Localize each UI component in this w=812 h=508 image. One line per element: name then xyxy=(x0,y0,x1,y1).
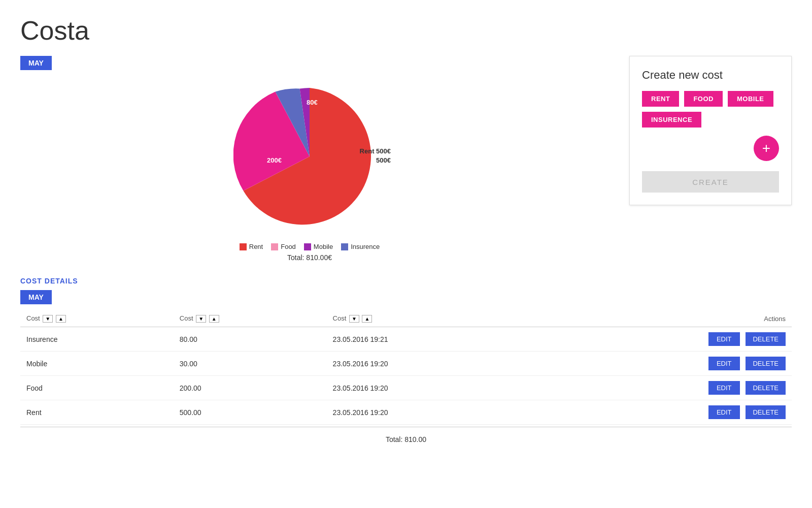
add-cost-button[interactable]: + xyxy=(754,136,779,161)
col-header-actions: Actions xyxy=(527,310,792,327)
sort-name-desc[interactable]: ▼ xyxy=(43,315,53,323)
legend-label-food: Food xyxy=(281,243,296,250)
cell-actions-3: EDIT DELETE xyxy=(527,400,792,425)
sort-date-desc[interactable]: ▼ xyxy=(349,315,359,323)
food-label: 200€ xyxy=(267,156,282,164)
create-button[interactable]: CREATE xyxy=(642,172,779,193)
delete-btn-1[interactable]: DELETE xyxy=(746,357,786,370)
create-cost-panel: Create new cost RENT FOOD MOBILE INSUREN… xyxy=(629,56,792,205)
chart-total: Total: 810.00€ xyxy=(287,253,332,262)
col-header-name: Cost ▼ ▲ xyxy=(20,310,174,327)
legend-rent: Rent xyxy=(240,243,263,250)
cell-name-0: Insurence xyxy=(20,327,174,352)
cell-date-3: 23.05.2016 19:20 xyxy=(327,400,527,425)
cell-actions-2: EDIT DELETE xyxy=(527,376,792,400)
legend-label-rent: Rent xyxy=(249,243,263,250)
edit-btn-1[interactable]: EDIT xyxy=(708,357,740,370)
legend-insurence: Insurence xyxy=(341,243,380,250)
sort-value-asc[interactable]: ▲ xyxy=(209,315,219,323)
cat-btn-rent[interactable]: RENT xyxy=(642,91,679,107)
chart-legend: Rent Food Mobile Insurence xyxy=(240,243,380,250)
cell-name-1: Mobile xyxy=(20,352,174,376)
cat-btn-food[interactable]: FOOD xyxy=(684,91,723,107)
mobile-label: 80€ xyxy=(307,99,318,106)
cat-btn-mobile[interactable]: MOBILE xyxy=(728,91,773,107)
cell-actions-1: EDIT DELETE xyxy=(527,352,792,376)
category-buttons: RENT FOOD MOBILE INSURENCE xyxy=(642,91,779,128)
edit-btn-0[interactable]: EDIT xyxy=(708,332,740,346)
create-panel-title: Create new cost xyxy=(642,69,779,82)
delete-btn-0[interactable]: DELETE xyxy=(746,332,786,346)
cell-name-2: Food xyxy=(20,376,174,400)
table-row: Food 200.00 23.05.2016 19:20 EDIT DELETE xyxy=(20,376,792,400)
cat-btn-insurence[interactable]: INSURENCE xyxy=(642,112,701,128)
sort-name-asc[interactable]: ▲ xyxy=(56,315,66,323)
legend-dot-rent xyxy=(240,243,247,250)
cell-value-3: 500.00 xyxy=(174,400,327,425)
legend-mobile: Mobile xyxy=(304,243,333,250)
pie-chart: Rent 500€ 500€ 200€ 80€ xyxy=(233,80,386,233)
cell-value-1: 30.00 xyxy=(174,352,327,376)
cell-date-2: 23.05.2016 19:20 xyxy=(327,376,527,400)
legend-dot-food xyxy=(271,243,278,250)
delete-btn-3[interactable]: DELETE xyxy=(746,405,786,419)
rent-value-label: 500€ xyxy=(376,156,391,164)
cost-details-title: COST DETAILS xyxy=(20,277,792,285)
edit-btn-2[interactable]: EDIT xyxy=(708,381,740,395)
table-row: Rent 500.00 23.05.2016 19:20 EDIT DELETE xyxy=(20,400,792,425)
edit-btn-3[interactable]: EDIT xyxy=(708,405,740,419)
col-header-value: Cost ▼ ▲ xyxy=(174,310,327,327)
table-total: Total: 810.00 xyxy=(20,427,792,452)
cost-details-table: Cost ▼ ▲ Cost ▼ ▲ Cost ▼ ▲ Actions xyxy=(20,310,792,425)
legend-dot-mobile xyxy=(304,243,311,250)
table-row: Insurence 80.00 23.05.2016 19:21 EDIT DE… xyxy=(20,327,792,352)
delete-btn-2[interactable]: DELETE xyxy=(746,381,786,395)
table-header-row: Cost ▼ ▲ Cost ▼ ▲ Cost ▼ ▲ Actions xyxy=(20,310,792,327)
details-may-button[interactable]: MAY xyxy=(20,290,52,304)
cell-date-1: 23.05.2016 19:20 xyxy=(327,352,527,376)
may-month-button[interactable]: MAY xyxy=(20,56,52,70)
sort-value-desc[interactable]: ▼ xyxy=(196,315,206,323)
cell-date-0: 23.05.2016 19:21 xyxy=(327,327,527,352)
cell-value-0: 80.00 xyxy=(174,327,327,352)
cost-details-section: COST DETAILS MAY Cost ▼ ▲ Cost ▼ ▲ xyxy=(20,277,792,452)
legend-dot-insurence xyxy=(341,243,348,250)
table-row: Mobile 30.00 23.05.2016 19:20 EDIT DELET… xyxy=(20,352,792,376)
cell-actions-0: EDIT DELETE xyxy=(527,327,792,352)
cell-name-3: Rent xyxy=(20,400,174,425)
app-title: Costa xyxy=(20,15,792,46)
legend-label-insurence: Insurence xyxy=(351,243,380,250)
legend-label-mobile: Mobile xyxy=(314,243,333,250)
cell-value-2: 200.00 xyxy=(174,376,327,400)
sort-date-asc[interactable]: ▲ xyxy=(362,315,372,323)
col-header-date: Cost ▼ ▲ xyxy=(327,310,527,327)
rent-label: Rent 500€ xyxy=(360,147,391,155)
legend-food: Food xyxy=(271,243,296,250)
